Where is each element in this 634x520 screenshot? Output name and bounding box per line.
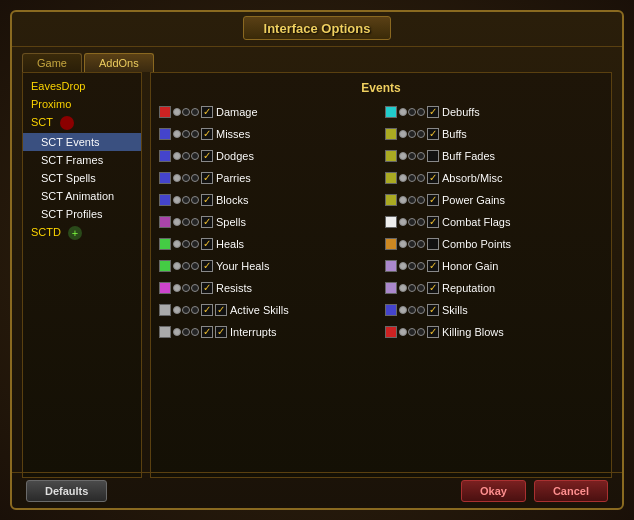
check-your-heals[interactable]: ✓ (201, 260, 213, 272)
defaults-button[interactable]: Defaults (26, 480, 107, 502)
radio-3[interactable] (191, 262, 199, 270)
radio-3[interactable] (417, 262, 425, 270)
radio-1[interactable] (399, 328, 407, 336)
radio-2[interactable] (408, 108, 416, 116)
radio-2[interactable] (408, 196, 416, 204)
radio-2[interactable] (408, 130, 416, 138)
sidebar-item-sct-spells[interactable]: SCT Spells (23, 169, 141, 187)
radio-3[interactable] (191, 152, 199, 160)
radio-2[interactable] (182, 240, 190, 248)
radio-3[interactable] (191, 306, 199, 314)
radio-3[interactable] (417, 328, 425, 336)
color-combat-flags[interactable] (385, 216, 397, 228)
radio-2[interactable] (408, 284, 416, 292)
color-damage[interactable] (159, 106, 171, 118)
check-buff-fades[interactable] (427, 150, 439, 162)
check-active-skills-2[interactable]: ✓ (215, 304, 227, 316)
color-buff-fades[interactable] (385, 150, 397, 162)
radio-2[interactable] (182, 218, 190, 226)
okay-button[interactable]: Okay (461, 480, 526, 502)
tab-game[interactable]: Game (22, 53, 82, 72)
color-reputation[interactable] (385, 282, 397, 294)
check-killing-blows[interactable]: ✓ (427, 326, 439, 338)
check-active-skills[interactable]: ✓ (201, 304, 213, 316)
color-honor-gain[interactable] (385, 260, 397, 272)
cancel-button[interactable]: Cancel (534, 480, 608, 502)
radio-1[interactable] (399, 130, 407, 138)
radio-1[interactable] (173, 218, 181, 226)
check-spells[interactable]: ✓ (201, 216, 213, 228)
radio-3[interactable] (417, 218, 425, 226)
radio-3[interactable] (191, 196, 199, 204)
radio-2[interactable] (182, 284, 190, 292)
color-misses[interactable] (159, 128, 171, 140)
check-absorb[interactable]: ✓ (427, 172, 439, 184)
color-blocks[interactable] (159, 194, 171, 206)
check-buffs[interactable]: ✓ (427, 128, 439, 140)
check-power-gains[interactable]: ✓ (427, 194, 439, 206)
radio-1[interactable] (173, 262, 181, 270)
radio-1[interactable] (399, 196, 407, 204)
color-your-heals[interactable] (159, 260, 171, 272)
sidebar-item-sct-animation[interactable]: SCT Animation (23, 187, 141, 205)
radio-2[interactable] (408, 240, 416, 248)
check-honor-gain[interactable]: ✓ (427, 260, 439, 272)
tab-addons[interactable]: AddOns (84, 53, 154, 72)
radio-1[interactable] (399, 218, 407, 226)
radio-1[interactable] (173, 174, 181, 182)
radio-2[interactable] (182, 130, 190, 138)
radio-3[interactable] (191, 284, 199, 292)
check-reputation[interactable]: ✓ (427, 282, 439, 294)
check-heals[interactable]: ✓ (201, 238, 213, 250)
color-killing-blows[interactable] (385, 326, 397, 338)
radio-2[interactable] (408, 174, 416, 182)
radio-2[interactable] (408, 262, 416, 270)
sidebar-item-sctd[interactable]: SCTD + (23, 223, 141, 243)
color-power-gains[interactable] (385, 194, 397, 206)
radio-3[interactable] (417, 196, 425, 204)
radio-3[interactable] (191, 130, 199, 138)
radio-1[interactable] (173, 284, 181, 292)
check-dodges[interactable]: ✓ (201, 150, 213, 162)
radio-1[interactable] (173, 130, 181, 138)
color-resists[interactable] (159, 282, 171, 294)
radio-2[interactable] (182, 108, 190, 116)
color-spells[interactable] (159, 216, 171, 228)
radio-1[interactable] (399, 240, 407, 248)
radio-1[interactable] (173, 240, 181, 248)
radio-2[interactable] (408, 328, 416, 336)
radio-3[interactable] (191, 328, 199, 336)
radio-3[interactable] (417, 108, 425, 116)
radio-3[interactable] (191, 174, 199, 182)
radio-1[interactable] (173, 306, 181, 314)
color-dodges[interactable] (159, 150, 171, 162)
color-heals[interactable] (159, 238, 171, 250)
color-combo-points[interactable] (385, 238, 397, 250)
color-skills[interactable] (385, 304, 397, 316)
radio-3[interactable] (191, 108, 199, 116)
radio-2[interactable] (182, 152, 190, 160)
radio-1[interactable] (399, 174, 407, 182)
check-debuffs[interactable]: ✓ (427, 106, 439, 118)
radio-3[interactable] (417, 240, 425, 248)
color-active-skills[interactable] (159, 304, 171, 316)
check-misses[interactable]: ✓ (201, 128, 213, 140)
check-interrupts-2[interactable]: ✓ (215, 326, 227, 338)
check-interrupts[interactable]: ✓ (201, 326, 213, 338)
color-interrupts[interactable] (159, 326, 171, 338)
check-combat-flags[interactable]: ✓ (427, 216, 439, 228)
radio-1[interactable] (173, 328, 181, 336)
color-parries[interactable] (159, 172, 171, 184)
radio-1[interactable] (399, 284, 407, 292)
radio-1[interactable] (399, 152, 407, 160)
sidebar-item-sct-profiles[interactable]: SCT Profiles (23, 205, 141, 223)
radio-1[interactable] (399, 306, 407, 314)
radio-1[interactable] (173, 152, 181, 160)
radio-1[interactable] (173, 108, 181, 116)
radio-3[interactable] (417, 284, 425, 292)
radio-2[interactable] (182, 328, 190, 336)
color-absorb[interactable] (385, 172, 397, 184)
radio-2[interactable] (182, 196, 190, 204)
check-resists[interactable]: ✓ (201, 282, 213, 294)
color-debuffs[interactable] (385, 106, 397, 118)
